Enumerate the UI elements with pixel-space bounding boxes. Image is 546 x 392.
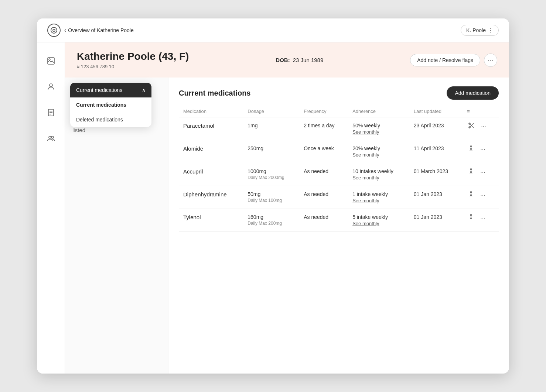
dosage-main: 1mg (248, 123, 295, 128)
row-actions: ··· (467, 214, 494, 222)
row-more-button[interactable]: ··· (479, 169, 487, 176)
cell-last-updated: 23 April 2023 (409, 117, 463, 140)
adherence-value: 1 intake weekly (352, 191, 405, 197)
row-more-button[interactable]: ··· (479, 215, 487, 221)
medication-name: Diphenhydramine (183, 191, 227, 197)
nav-title: Overview of Katherine Poole (68, 27, 133, 33)
row-more-button[interactable]: ··· (480, 123, 487, 130)
cell-actions: ··· (463, 186, 499, 209)
sidebar-item-image[interactable] (44, 54, 58, 68)
sidebar-item-person[interactable] (44, 79, 58, 94)
see-monthly-link[interactable]: See monthly (352, 198, 405, 203)
patient-info: Katherine Poole (43, F) # 123 456 789 10 (77, 51, 189, 69)
person-walk-icon[interactable] (467, 191, 475, 199)
patient-name: Katherine Poole (43, F) (77, 51, 189, 62)
person-walk-icon[interactable] (467, 145, 475, 154)
cell-dosage: 1000mgDaily Max 2000mg (243, 163, 299, 186)
top-nav: ‹ Overview of Katherine Poole K. Poole ⋮ (37, 18, 509, 42)
table-row: Diphenhydramine50mgDaily Max 100mgAs nee… (179, 186, 499, 209)
dosage-main: 1000mg (248, 168, 295, 174)
th-frequency: Frequency (299, 106, 348, 117)
svg-point-4 (50, 84, 52, 87)
back-navigation[interactable]: ‹ Overview of Katherine Poole (64, 27, 134, 34)
medication-name: Paracetamol (183, 123, 214, 129)
row-actions: ··· (467, 191, 494, 199)
cell-actions: ··· (463, 209, 499, 232)
row-actions: ··· (467, 168, 494, 176)
th-actions: ≡ (463, 106, 499, 117)
dropdown-item-deleted[interactable]: Deleted medications (70, 112, 151, 127)
row-actions: ··· (467, 145, 494, 154)
th-dosage: Dosage (243, 106, 299, 117)
patient-id: # 123 456 789 10 (77, 64, 189, 69)
left-panel: Current medications 5 listed Current med… (65, 78, 168, 374)
adherence-value: 5 intake weekly (352, 214, 405, 220)
medication-name: Alomide (183, 145, 203, 152)
table-row: Alomide250mgOnce a week20% weeklySee mon… (179, 140, 499, 163)
cell-actions: ··· (463, 140, 499, 163)
dropdown-menu: Current medications ∧ Current medication… (70, 83, 151, 127)
cell-last-updated: 01 March 2023 (409, 163, 463, 186)
see-monthly-link[interactable]: See monthly (352, 175, 405, 180)
user-badge[interactable]: K. Poole ⋮ (461, 25, 499, 36)
table-row: Paracetamol1mg2 times a day50% weeklySee… (179, 117, 499, 140)
dropdown-item-current[interactable]: Current medications (70, 97, 151, 112)
dob-label: DOB: (276, 57, 290, 63)
content-area: Katherine Poole (43, F) # 123 456 789 10… (65, 42, 509, 374)
see-monthly-link[interactable]: See monthly (352, 129, 405, 135)
add-medication-button[interactable]: Add medication (447, 86, 499, 100)
patient-actions: Add note / Resolve flags ⋯ (410, 54, 497, 67)
table-row: Accupril1000mgDaily Max 2000mgAs needed1… (179, 163, 499, 186)
cell-adherence: 50% weeklySee monthly (348, 117, 409, 140)
dosage-main: 250mg (248, 145, 295, 151)
cell-adherence: 5 intake weeklySee monthly (348, 209, 409, 232)
medications-section: Current medications 5 listed Current med… (65, 78, 509, 374)
svg-rect-2 (48, 58, 54, 64)
patient-dob: DOB: 23 Jun 1989 (276, 57, 323, 63)
cell-actions: ··· (463, 117, 499, 140)
row-more-button[interactable]: ··· (479, 146, 487, 153)
cell-frequency: As needed (299, 209, 348, 232)
cell-dosage: 250mg (243, 140, 299, 163)
svg-point-13 (470, 146, 472, 147)
more-options-button[interactable]: ⋯ (484, 54, 497, 67)
table-filter-icon[interactable]: ≡ (467, 109, 470, 114)
user-name: K. Poole (466, 27, 486, 33)
table-header: Medication Dosage Frequency Adherence La… (179, 106, 499, 117)
sidebar-item-group[interactable] (44, 131, 58, 146)
svg-point-10 (51, 136, 54, 138)
person-walk-icon[interactable] (467, 214, 475, 222)
svg-point-3 (49, 59, 50, 60)
row-more-button[interactable]: ··· (479, 192, 487, 199)
medication-name: Accupril (183, 168, 203, 175)
sidebar (37, 42, 65, 374)
cell-frequency: Once a week (299, 140, 348, 163)
dosage-main: 160mg (248, 214, 295, 220)
svg-point-0 (51, 27, 57, 33)
cell-adherence: 1 intake weeklySee monthly (348, 186, 409, 209)
sidebar-item-document[interactable] (44, 105, 58, 120)
table-row: Tylenol160mgDaily Max 200mgAs needed5 in… (179, 209, 499, 232)
see-monthly-link[interactable]: See monthly (352, 221, 405, 226)
adherence-value: 50% weekly (352, 123, 405, 128)
nav-left: ‹ Overview of Katherine Poole (47, 24, 134, 37)
adherence-value: 20% weekly (352, 145, 405, 151)
table-header-row: Current medications Add medication (179, 86, 499, 100)
cell-last-updated: 11 April 2023 (409, 140, 463, 163)
cell-last-updated: 01 Jan 2023 (409, 186, 463, 209)
person-walk-icon[interactable] (467, 168, 475, 176)
user-menu-icon: ⋮ (488, 27, 493, 33)
patient-header: Katherine Poole (43, F) # 123 456 789 10… (65, 42, 509, 78)
scissors-icon[interactable] (467, 123, 476, 130)
svg-point-14 (470, 169, 472, 170)
row-actions: ··· (467, 123, 494, 130)
dosage-sub: Daily Max 200mg (248, 221, 295, 226)
medications-table: Medication Dosage Frequency Adherence La… (179, 106, 499, 232)
see-monthly-link[interactable]: See monthly (352, 152, 405, 158)
cell-medication-name: Diphenhydramine (179, 186, 243, 209)
dropdown-header-label: Current medications (76, 87, 122, 93)
cell-frequency: 2 times a day (299, 117, 348, 140)
section-title: Current medications (179, 89, 250, 97)
add-note-button[interactable]: Add note / Resolve flags (410, 54, 480, 66)
dropdown-header[interactable]: Current medications ∧ (70, 83, 151, 97)
